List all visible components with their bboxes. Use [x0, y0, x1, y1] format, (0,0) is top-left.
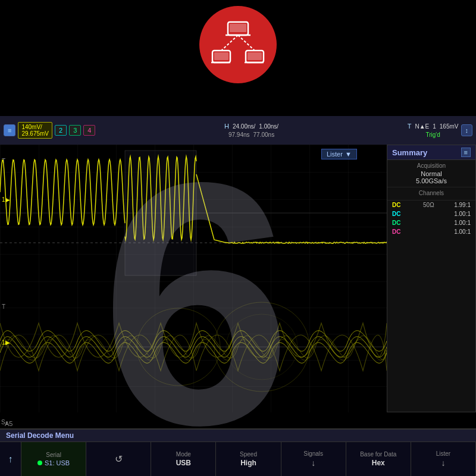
panel-menu-btn[interactable]: ≡ — [461, 148, 471, 157]
trig-status: Trig'd — [425, 131, 440, 138]
mode-label: Mode — [176, 451, 191, 458]
summary-panel: Summary ≡ Acquisition Normal 5.00GSa/s C… — [387, 145, 476, 412]
lister-decode-arrow: ↓ — [441, 458, 445, 468]
menu-button[interactable]: ≡ — [4, 124, 15, 136]
svg-rect-10 — [248, 52, 262, 60]
acquisition-rate: 5.00GSa/s — [392, 177, 471, 184]
lister-arrow: ▼ — [345, 151, 352, 158]
channel1-offset: 29.675mV — [21, 130, 49, 137]
channel-row-3: DC 1.00:1 — [387, 218, 475, 227]
refresh-button[interactable]: ↺ — [86, 442, 151, 476]
signals-button[interactable]: Signals ↓ — [281, 442, 346, 476]
ch2-coupling: DC — [392, 211, 400, 217]
up-arrow-icon: ↑ — [8, 454, 13, 465]
decode-menu-title: Serial Decode Menu — [0, 430, 476, 442]
acquisition-section: Acquisition Normal 5.00GSa/s — [387, 160, 475, 187]
signals-arrow: ↓ — [311, 458, 315, 468]
ch4-ratio: 1.00:1 — [454, 228, 471, 235]
channel3-btn[interactable]: 3 — [69, 125, 81, 136]
lister-label: Lister — [327, 151, 343, 158]
time-per-div: 24.00ns/ — [233, 123, 255, 130]
h-label: H — [224, 122, 229, 130]
channel1-voltage: 140mV/ — [21, 124, 49, 130]
trig-label: T — [408, 122, 412, 130]
time-per-div2: 1.00ns/ — [259, 123, 278, 130]
speed-value: High — [240, 459, 256, 467]
channel4-btn[interactable]: 4 — [83, 125, 95, 136]
time-offset: 97.94ns — [228, 131, 250, 139]
timebase-info[interactable]: H 24.00ns/ 1.00ns/ 97.94ns 77.00ns — [224, 122, 278, 138]
eye-diagram-canvas — [0, 281, 387, 412]
decode-menu-row: ↑ Serial S1: USB ↺ Mode USB Speed High S… — [0, 442, 476, 476]
lister-decode-label: Lister — [436, 450, 450, 457]
acquisition-title: Acquisition — [392, 162, 471, 169]
mode-button[interactable]: Mode USB — [151, 442, 216, 476]
panel-header: Summary ≡ — [387, 145, 475, 160]
serial-btn-label: Serial — [46, 452, 61, 458]
signals-label: Signals — [303, 450, 323, 457]
base-for-data-button[interactable]: Base for Data Hex — [346, 442, 411, 476]
speed-button[interactable]: Speed High — [216, 442, 281, 476]
serial-decode-menu: Serial Decode Menu ↑ Serial S1: USB ↺ Mo… — [0, 428, 476, 476]
time-offset2: 77.00ns — [253, 131, 275, 139]
svg-line-7 — [238, 35, 255, 51]
serial-sub: S1: USB — [45, 459, 70, 466]
up-arrow-button[interactable]: ↑ — [0, 442, 21, 476]
ch3-ratio: 1.00:1 — [454, 220, 471, 226]
serial-active-indicator: S1: USB — [37, 459, 70, 466]
lister-button[interactable]: Lister ▼ — [321, 149, 357, 159]
lister-decode-button[interactable]: Lister ↓ — [411, 442, 476, 476]
channels-title: Channels — [392, 190, 471, 196]
trigger-info[interactable]: T N▲E 1 165mV Trig'd — [408, 122, 459, 138]
trig-voltage: 165mV — [440, 123, 459, 130]
channel-row-2: DC 1.00:1 — [387, 209, 475, 218]
refresh-icon: ↺ — [115, 453, 123, 465]
svg-rect-9 — [214, 52, 228, 60]
network-icon — [211, 21, 265, 68]
ch1-impedance: 50Ω — [423, 202, 434, 208]
s1-label: S₁ — [1, 419, 8, 425]
base-label: Base for Data — [360, 451, 396, 458]
channel2-btn[interactable]: 2 — [55, 125, 67, 136]
channel-row-4: DC 1.00:1 — [387, 227, 475, 236]
trig-num: 1 — [433, 123, 436, 130]
serial-button[interactable]: Serial S1: USB — [21, 442, 86, 476]
trig-mode: N▲E — [415, 123, 429, 130]
ch1-ratio: 1.99:1 — [454, 202, 471, 208]
channel1-info[interactable]: 140mV/ 29.675mV — [18, 122, 52, 139]
channel-row-1: DC 50Ω 1.99:1 — [387, 201, 475, 209]
svg-point-18 — [137, 308, 220, 386]
zoom-btn[interactable]: ↕ — [461, 124, 473, 136]
base-value: Hex — [372, 459, 385, 467]
ch1-coupling: DC — [392, 202, 400, 208]
channels-section: Channels — [387, 187, 475, 201]
svg-rect-8 — [230, 24, 246, 32]
panel-title: Summary — [392, 148, 427, 157]
speed-label: Speed — [240, 451, 257, 458]
toolbar: ≡ 140mV/ 29.675mV 2 3 4 H 24.00ns/ 1.00n… — [0, 116, 476, 145]
waveform-top-canvas — [0, 145, 387, 281]
svg-line-6 — [221, 35, 238, 51]
acquisition-mode: Normal — [392, 170, 471, 177]
ch3-coupling: DC — [392, 220, 400, 226]
mode-value: USB — [176, 459, 191, 467]
network-icon-container — [199, 6, 277, 83]
ch4-coupling: DC — [392, 228, 400, 235]
ch2-ratio: 1.00:1 — [454, 211, 471, 217]
serial-dot — [37, 461, 42, 465]
